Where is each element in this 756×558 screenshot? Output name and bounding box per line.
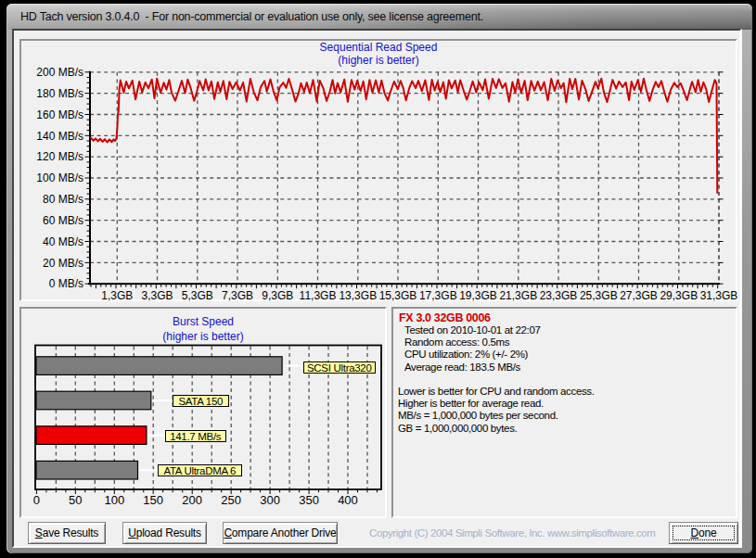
svg-text:17,3GB: 17,3GB (419, 289, 457, 302)
svg-text:100 MB/s: 100 MB/s (36, 171, 83, 184)
svg-text:5,3GB: 5,3GB (182, 289, 213, 302)
svg-text:29,3GB: 29,3GB (660, 289, 698, 302)
svg-text:20 MB/s: 20 MB/s (43, 257, 83, 270)
svg-text:3,3GB: 3,3GB (141, 289, 173, 302)
svg-text:1,3GB: 1,3GB (101, 289, 133, 302)
svg-text:19,3GB: 19,3GB (459, 289, 497, 302)
svg-text:200 MB/s: 200 MB/s (36, 66, 83, 79)
svg-text:15,3GB: 15,3GB (379, 289, 417, 302)
svg-text:180 MB/s: 180 MB/s (36, 87, 83, 100)
svg-text:0 MB/s: 0 MB/s (49, 277, 83, 290)
svg-text:80 MB/s: 80 MB/s (43, 193, 83, 206)
svg-text:40 MB/s: 40 MB/s (43, 235, 83, 248)
svg-text:160 MB/s: 160 MB/s (36, 108, 83, 121)
svg-text:100: 100 (104, 493, 124, 507)
svg-text:23,3GB: 23,3GB (540, 289, 578, 302)
svg-text:140 MB/s: 140 MB/s (36, 130, 83, 143)
svg-text:13,3GB: 13,3GB (339, 289, 377, 302)
svg-text:25,3GB: 25,3GB (580, 289, 618, 302)
svg-text:27,3GB: 27,3GB (620, 289, 658, 302)
svg-text:120 MB/s: 120 MB/s (36, 150, 83, 163)
svg-text:250: 250 (221, 493, 241, 507)
svg-text:150: 150 (143, 493, 163, 507)
svg-text:21,3GB: 21,3GB (499, 289, 537, 302)
svg-text:0: 0 (33, 493, 40, 507)
svg-text:60 MB/s: 60 MB/s (43, 214, 83, 227)
svg-text:50: 50 (69, 493, 82, 507)
svg-text:9,3GB: 9,3GB (262, 289, 293, 302)
svg-text:11,3GB: 11,3GB (300, 289, 337, 302)
svg-text:31,3GB: 31,3GB (700, 289, 738, 302)
svg-text:200: 200 (182, 493, 202, 507)
svg-text:300: 300 (260, 493, 280, 507)
svg-text:400: 400 (338, 493, 358, 507)
svg-text:350: 350 (299, 493, 319, 507)
svg-text:7,3GB: 7,3GB (222, 289, 253, 302)
